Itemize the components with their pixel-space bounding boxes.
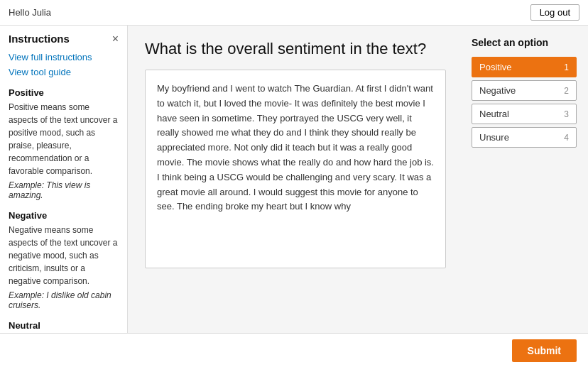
- negative-body: Negative means some aspects of the text …: [9, 224, 119, 287]
- option-number: 3: [564, 109, 569, 119]
- option-item-neutral[interactable]: Neutral3: [472, 104, 577, 124]
- positive-body: Positive means some aspects of the text …: [9, 101, 119, 177]
- logout-button[interactable]: Log out: [530, 4, 579, 21]
- sidebar-section-neutral: Neutral Neutral means no emotions are im…: [9, 320, 119, 333]
- option-number: 4: [564, 133, 569, 143]
- close-icon[interactable]: ×: [112, 33, 119, 45]
- footer: Submit: [0, 333, 588, 367]
- sidebar-header: Instructions ×: [9, 33, 119, 45]
- question-title: What is the overall sentiment in the tex…: [145, 40, 446, 58]
- option-item-positive[interactable]: Positive1: [472, 57, 577, 77]
- option-label: Positive: [479, 62, 512, 72]
- view-tool-guide-link[interactable]: View tool guide: [9, 67, 119, 77]
- positive-example: Example: This view is amazing.: [9, 180, 119, 200]
- sidebar-title: Instructions: [9, 33, 70, 45]
- header: Hello Julia Log out: [0, 0, 588, 26]
- view-full-instructions-link[interactable]: View full instructions: [9, 52, 119, 62]
- options-panel: Select an option Positive1Negative2Neutr…: [460, 26, 588, 333]
- neutral-heading: Neutral: [9, 320, 119, 331]
- option-item-unsure[interactable]: Unsure4: [472, 127, 577, 148]
- main-layout: Instructions × View full instructions Vi…: [0, 26, 588, 333]
- option-number: 2: [564, 86, 569, 96]
- option-number: 1: [564, 62, 569, 72]
- submit-button[interactable]: Submit: [512, 339, 577, 362]
- sidebar: Instructions × View full instructions Vi…: [0, 26, 128, 333]
- option-label: Negative: [479, 85, 516, 96]
- option-label: Neutral: [479, 109, 509, 119]
- positive-heading: Positive: [9, 87, 119, 98]
- option-label: Unsure: [479, 132, 509, 143]
- sidebar-section-negative: Negative Negative means some aspects of …: [9, 210, 119, 310]
- options-title: Select an option: [472, 37, 577, 48]
- greeting: Hello Julia: [9, 7, 51, 18]
- sidebar-section-positive: Positive Positive means some aspects of …: [9, 87, 119, 200]
- content-area: What is the overall sentiment in the tex…: [128, 26, 460, 333]
- options-container: Positive1Negative2Neutral3Unsure4: [472, 57, 577, 148]
- negative-heading: Negative: [9, 210, 119, 221]
- option-item-negative[interactable]: Negative2: [472, 80, 577, 101]
- text-content: My boyfriend and I went to watch The Gua…: [145, 70, 446, 268]
- negative-example: Example: I dislike old cabin cruisers.: [9, 290, 119, 310]
